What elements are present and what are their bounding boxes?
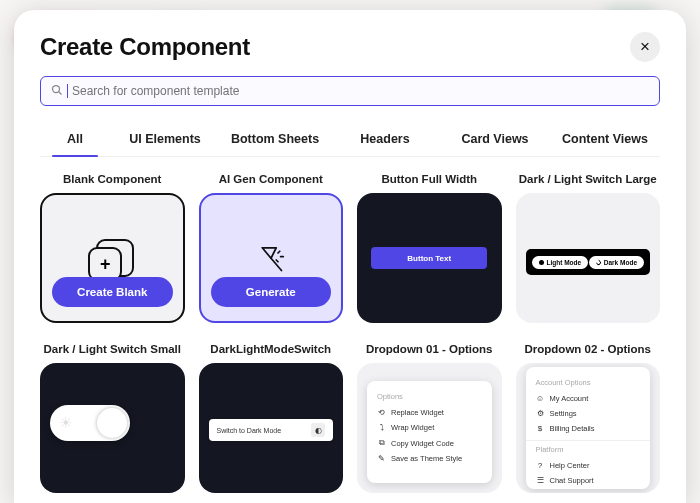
account-icon: ☺: [536, 394, 545, 403]
card-switch-large[interactable]: Dark / Light Switch Large Light Mode Dar…: [516, 167, 661, 327]
menu-header: Options: [377, 392, 482, 401]
replace-icon: ⟲: [377, 408, 386, 417]
card-button-full-width[interactable]: Button Full Width Button Text: [357, 167, 502, 327]
sun-icon: ☀: [59, 414, 72, 432]
card-title: Button Full Width: [357, 167, 502, 193]
help-icon: ?: [536, 461, 545, 470]
options-menu: Options ⟲Replace Widget ⤵Wrap Widget ⧉Co…: [367, 381, 492, 483]
card-ai-gen-component[interactable]: AI Gen Component Generate: [199, 167, 344, 327]
search-input[interactable]: [72, 84, 649, 98]
menu-item: ✎Save as Theme Style: [377, 451, 482, 466]
card-title: Blank Component: [40, 167, 185, 193]
mode-row: Switch to Dark Mode ◐: [209, 419, 334, 441]
mode-row-label: Switch to Dark Mode: [217, 427, 282, 434]
tab-ui-elements[interactable]: UI Elements: [110, 122, 220, 156]
preview-button: Button Text: [371, 247, 487, 269]
category-tabs: All UI Elements Bottom Sheets Headers Ca…: [40, 122, 660, 157]
card-dropdown-01[interactable]: Dropdown 01 - Options Options ⟲Replace W…: [357, 337, 502, 497]
gear-icon: ⚙: [536, 409, 545, 418]
card-dropdown-02[interactable]: Dropdown 02 - Options Account Options ☺M…: [516, 337, 661, 497]
menu-item: ☰Chat Support: [536, 473, 641, 488]
text-caret: [67, 84, 68, 98]
close-icon: ×: [640, 37, 650, 57]
menu-header: Account Options: [536, 378, 641, 387]
dark-mode-option: Dark Mode: [589, 256, 644, 269]
card-blank-component[interactable]: Blank Component + Create Blank: [40, 167, 185, 327]
close-button[interactable]: ×: [630, 32, 660, 62]
tab-all[interactable]: All: [40, 122, 110, 156]
template-grid: Blank Component + Create Blank AI Gen Co…: [40, 167, 660, 503]
tab-bottom-sheets[interactable]: Bottom Sheets: [220, 122, 330, 156]
svg-point-0: [53, 85, 60, 92]
chat-icon: ☰: [536, 476, 545, 485]
menu-item: ⚙Settings: [536, 406, 641, 421]
menu-header: Platform: [536, 445, 641, 454]
toggle-switch: ☀: [50, 405, 130, 441]
menu-item: ⟲Replace Widget: [377, 405, 482, 420]
card-title: Dropdown 02 - Options: [516, 337, 661, 363]
card-title: Dropdown 01 - Options: [357, 337, 502, 363]
menu-item: ⤵Wrap Widget: [377, 420, 482, 435]
switch-knob: [97, 408, 127, 438]
mode-pillbar: Light Mode Dark Mode: [526, 249, 651, 275]
tab-headers[interactable]: Headers: [330, 122, 440, 156]
menu-item: ⧉Copy Widget Code: [377, 435, 482, 451]
card-title: Dark / Light Switch Large: [516, 167, 661, 193]
menu-item: ☺My Account: [536, 391, 641, 406]
save-icon: ✎: [377, 454, 386, 463]
menu-item: ✆Call Support: [536, 488, 641, 489]
account-menu: Account Options ☺My Account ⚙Settings $B…: [526, 367, 651, 489]
moon-icon: ◐: [311, 423, 325, 437]
create-blank-button[interactable]: Create Blank: [52, 277, 173, 307]
wrap-icon: ⤵: [377, 423, 386, 432]
generate-button[interactable]: Generate: [211, 277, 332, 307]
card-title: DarkLightModeSwitch: [199, 337, 344, 363]
card-title: Dark / Light Switch Small: [40, 337, 185, 363]
menu-item: ?Help Center: [536, 458, 641, 473]
card-title: AI Gen Component: [199, 167, 344, 193]
card-mode-switch[interactable]: DarkLightModeSwitch Switch to Dark Mode …: [199, 337, 344, 497]
billing-icon: $: [536, 424, 545, 433]
modal-title: Create Component: [40, 33, 250, 61]
card-switch-small[interactable]: Dark / Light Switch Small ☀: [40, 337, 185, 497]
light-mode-option: Light Mode: [532, 256, 589, 269]
magic-wand-icon: [249, 238, 293, 282]
create-component-modal: Create Component × All UI Elements Botto…: [14, 10, 686, 503]
menu-item: $Billing Details: [536, 421, 641, 436]
search-field[interactable]: [40, 76, 660, 106]
search-icon: [51, 84, 63, 99]
copy-icon: ⧉: [377, 438, 386, 448]
svg-line-1: [59, 91, 62, 94]
tab-card-views[interactable]: Card Views: [440, 122, 550, 156]
tab-content-views[interactable]: Content Views: [550, 122, 660, 156]
